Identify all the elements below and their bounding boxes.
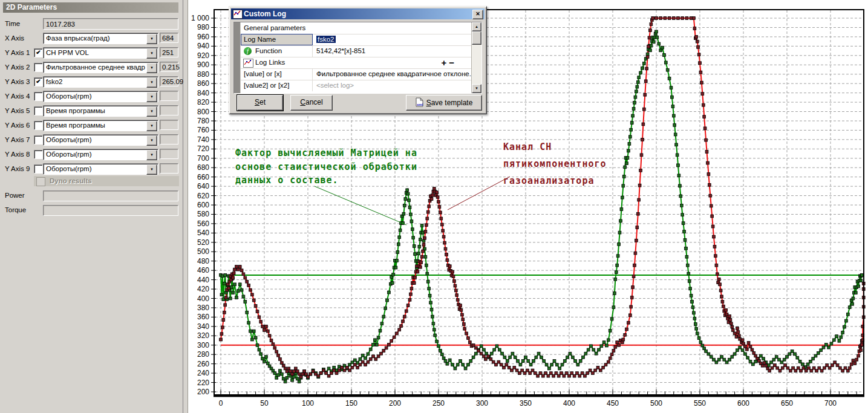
value-x2-row[interactable]: [value2] or [x2] <select log>: [241, 80, 471, 91]
svg-text:540: 540: [197, 229, 209, 237]
svg-text:860: 860: [197, 79, 209, 88]
chevron-down-icon[interactable]: ▼: [146, 92, 157, 102]
y-axis-9-value: [160, 163, 178, 174]
y-axis-7-value: [160, 134, 178, 145]
chevron-down-icon[interactable]: ▼: [146, 34, 157, 44]
chevron-down-icon[interactable]: ▼: [146, 121, 157, 131]
close-icon[interactable]: ✕: [472, 10, 483, 19]
y-axis-3-checkbox[interactable]: ✔: [34, 77, 43, 86]
scroll-down-icon[interactable]: ▼: [472, 84, 481, 93]
torque-label: Torque: [5, 206, 26, 213]
y-axis-7-combo[interactable]: Обороты(rpm) ▼: [43, 134, 158, 146]
y-axis-9-checkbox[interactable]: [34, 164, 43, 174]
chevron-down-icon[interactable]: ▼: [146, 48, 157, 59]
custom-log-titlebar[interactable]: Custom Log ✕: [231, 8, 485, 19]
svg-text:680: 680: [197, 163, 209, 172]
svg-text:550: 550: [694, 399, 706, 408]
dyno-results-checkbox: [36, 177, 45, 186]
svg-text:260: 260: [197, 360, 209, 368]
svg-text:520: 520: [197, 238, 209, 247]
y-axis-4-label: Y Axis 4: [5, 93, 30, 100]
svg-text:460: 460: [197, 266, 209, 275]
function-value[interactable]: 5142,42*[x]-851: [313, 45, 471, 57]
log-name-label[interactable]: Log Name: [241, 34, 313, 45]
value-x-label[interactable]: [value] or [x]: [241, 68, 313, 80]
svg-text:880: 880: [197, 70, 209, 79]
svg-text:660: 660: [197, 173, 209, 181]
x-axis-combo[interactable]: Фаза впрыска(град) ▼: [43, 33, 158, 44]
svg-text:Канал CH: Канал CH: [503, 141, 552, 152]
y-axis-4-combo[interactable]: Обороты(rpm) ▼: [43, 91, 158, 102]
value-x-row[interactable]: [value] or [x] Фильтрованное среднее ква…: [241, 68, 471, 80]
y-axis-2-combo[interactable]: Фильтрованное среднее квадр ▼: [43, 62, 158, 73]
x-axis-combo-text: Фаза впрыска(град): [46, 34, 147, 42]
chevron-down-icon[interactable]: ▼: [146, 106, 157, 117]
y-axis-9-row: Y Axis 9 Обороты(rpm) ▼: [0, 162, 183, 177]
scroll-up-icon[interactable]: ▲: [472, 22, 481, 31]
log-name-row[interactable]: Log Name fsko2: [241, 34, 471, 46]
y-axis-9-label: Y Axis 9: [5, 165, 30, 172]
power-label: Power: [5, 192, 25, 199]
y-axis-7-checkbox[interactable]: [34, 135, 43, 145]
y-axis-2-row: Y Axis 2 Фильтрованное среднее квадр ▼ 0…: [0, 60, 183, 75]
x-axis-value: 684: [160, 33, 178, 43]
svg-text:980: 980: [197, 23, 209, 31]
scrollbar-thumb[interactable]: [472, 31, 481, 45]
log-name-selected-text[interactable]: fsko2: [316, 36, 336, 43]
y-axis-8-row: Y Axis 8 Обороты(rpm) ▼: [0, 148, 183, 162]
y-axis-3-label: Y Axis 3: [5, 78, 30, 85]
cancel-button[interactable]: Cancel: [290, 95, 333, 111]
function-row[interactable]: f Function 5142,42*[x]-851: [241, 45, 471, 57]
chevron-down-icon[interactable]: ▼: [146, 164, 157, 175]
remove-link-button[interactable]: −: [449, 57, 457, 68]
dyno-results-label: Dyno results: [50, 177, 92, 184]
y-axis-6-combo[interactable]: Время программы ▼: [43, 120, 158, 131]
power-row: Power: [0, 189, 183, 203]
y-axis-1-value: 251: [160, 47, 178, 57]
save-template-button[interactable]: xml Save template: [406, 95, 482, 111]
y-axis-6-row: Y Axis 6 Время программы ▼: [0, 119, 183, 133]
y-axis-3-combo[interactable]: fsko2 ▼: [43, 76, 158, 88]
svg-text:740: 740: [197, 135, 209, 144]
svg-text:50: 50: [260, 399, 269, 408]
svg-text:200: 200: [389, 399, 401, 408]
y-axis-2-checkbox[interactable]: [34, 63, 43, 72]
grid-scrollbar[interactable]: ▲ ▼: [471, 22, 481, 93]
svg-text:500: 500: [197, 247, 209, 256]
svg-text:780: 780: [197, 117, 209, 125]
value-x2-value[interactable]: <select log>: [313, 80, 471, 91]
y-axis-5-checkbox[interactable]: [34, 106, 43, 115]
y-axis-4-checkbox[interactable]: [34, 92, 43, 101]
chevron-down-icon[interactable]: ▼: [146, 135, 157, 146]
y-axis-1-combo[interactable]: CH PPM VOL ▼: [43, 47, 158, 59]
log-links-label-cell[interactable]: Log Links: [241, 57, 313, 68]
svg-text:300: 300: [197, 341, 209, 350]
general-parameters-row[interactable]: General parameters: [241, 22, 471, 34]
svg-text:960: 960: [197, 33, 209, 41]
svg-text:250: 250: [432, 399, 445, 408]
y-axis-8-checkbox[interactable]: [34, 150, 43, 159]
function-label-cell[interactable]: f Function: [241, 45, 313, 57]
log-links-row[interactable]: Log Links +−: [241, 57, 471, 69]
y-axis-9-combo[interactable]: Обороты(rpm) ▼: [43, 163, 158, 175]
y-axis-3-value: 265.09: [160, 76, 178, 86]
value-x2-label[interactable]: [value2] or [x2]: [241, 80, 313, 91]
svg-text:320: 320: [197, 331, 209, 340]
svg-text:940: 940: [197, 42, 209, 50]
y-axis-6-checkbox[interactable]: [34, 121, 43, 130]
chevron-down-icon[interactable]: ▼: [146, 77, 157, 88]
value-x-value[interactable]: Фильтрованное среднее квадратичное откло…: [313, 68, 471, 80]
y-axis-1-checkbox[interactable]: ✔: [34, 48, 43, 57]
y-axis-8-combo[interactable]: Обороты(rpm) ▼: [43, 149, 158, 160]
svg-text:650: 650: [781, 399, 793, 408]
svg-text:820: 820: [197, 98, 209, 106]
log-name-value[interactable]: fsko2: [313, 34, 471, 45]
chevron-down-icon[interactable]: ▼: [146, 63, 157, 73]
y-axis-5-combo[interactable]: Время программы ▼: [43, 105, 158, 117]
set-button[interactable]: Set: [237, 95, 283, 111]
y-axis-8-value: [160, 149, 178, 159]
chevron-down-icon[interactable]: ▼: [146, 150, 157, 160]
y-axis-2-value: 0.215: [160, 62, 178, 72]
add-link-button[interactable]: +: [441, 57, 449, 68]
grid-left-strip: [234, 22, 241, 93]
